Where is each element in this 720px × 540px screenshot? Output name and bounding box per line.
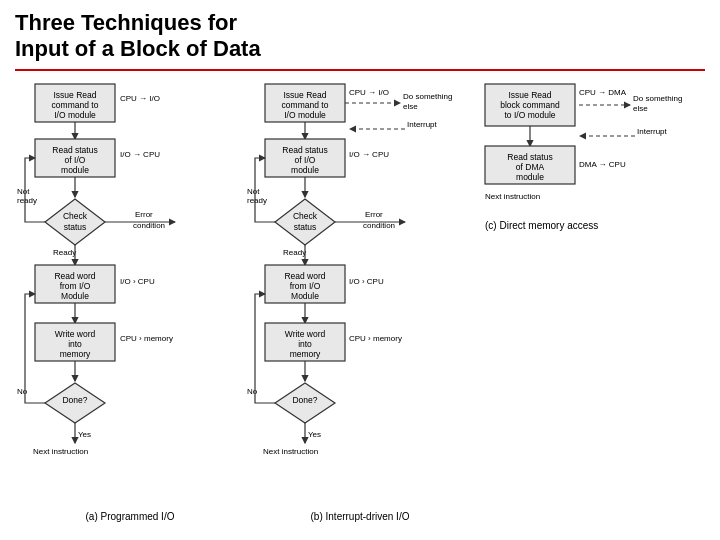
svg-text:Write word: Write word: [55, 329, 96, 339]
svg-text:Error: Error: [365, 210, 383, 219]
svg-text:status: status: [294, 222, 317, 232]
svg-text:of DMA: of DMA: [516, 162, 545, 172]
diagram-c: Issue Read block command to I/O module C…: [475, 79, 705, 509]
svg-text:Read status: Read status: [507, 152, 552, 162]
svg-text:Error: Error: [135, 210, 153, 219]
svg-text:to I/O module: to I/O module: [504, 110, 555, 120]
svg-text:CPU → DMA: CPU → DMA: [579, 88, 627, 97]
svg-text:ready: ready: [247, 196, 267, 205]
svg-text:Module: Module: [61, 291, 89, 301]
svg-text:memory: memory: [290, 349, 321, 359]
svg-text:Issue Read: Issue Read: [509, 90, 552, 100]
svg-text:Read status: Read status: [282, 145, 327, 155]
svg-text:Ready: Ready: [53, 248, 76, 257]
svg-text:Read word: Read word: [284, 271, 325, 281]
svg-text:condition: condition: [363, 221, 395, 230]
svg-text:Check: Check: [63, 211, 88, 221]
svg-text:condition: condition: [133, 221, 165, 230]
svg-text:Yes: Yes: [78, 430, 91, 439]
svg-text:Module: Module: [291, 291, 319, 301]
svg-text:No: No: [17, 387, 28, 396]
svg-text:CPU  › memory: CPU › memory: [120, 334, 173, 343]
svg-text:into: into: [68, 339, 82, 349]
svg-text:else: else: [403, 102, 418, 111]
svg-text:else: else: [633, 104, 648, 113]
svg-text:Check: Check: [293, 211, 318, 221]
svg-text:Not: Not: [247, 187, 260, 196]
svg-text:Ready: Ready: [283, 248, 306, 257]
svg-text:module: module: [61, 165, 89, 175]
diagrams-container: Issue Read command to I/O module CPU → I…: [15, 79, 705, 522]
page-title: Three Techniques for Input of a Block of…: [15, 10, 705, 63]
svg-text:I/O → CPU: I/O → CPU: [349, 150, 389, 159]
svg-text:I/O module: I/O module: [284, 110, 326, 120]
svg-text:Next instruction: Next instruction: [33, 447, 88, 456]
diagram-a: Issue Read command to I/O module CPU → I…: [15, 79, 245, 522]
svg-text:Done?: Done?: [292, 395, 317, 405]
svg-text:DMA → CPU: DMA → CPU: [579, 160, 626, 169]
svg-text:module: module: [291, 165, 319, 175]
svg-text:Not: Not: [17, 187, 30, 196]
svg-text:Do something: Do something: [403, 92, 452, 101]
page: Three Techniques for Input of a Block of…: [0, 0, 720, 540]
diagram-b: Issue Read command to I/O module CPU → I…: [245, 79, 475, 522]
svg-text:command to: command to: [52, 100, 99, 110]
diagram-b-svg: Issue Read command to I/O module CPU → I…: [245, 79, 475, 509]
svg-text:CPU → I/O: CPU → I/O: [120, 94, 160, 103]
diagram-b-caption: (b) Interrupt-driven I/O: [245, 511, 475, 522]
svg-text:Issue Read: Issue Read: [54, 90, 97, 100]
svg-text:Read status: Read status: [52, 145, 97, 155]
svg-text:status: status: [64, 222, 87, 232]
svg-text:Next instruction: Next instruction: [263, 447, 318, 456]
svg-text:module: module: [516, 172, 544, 182]
svg-text:I/O  › CPU: I/O › CPU: [349, 277, 384, 286]
svg-text:I/O module: I/O module: [54, 110, 96, 120]
svg-text:(c) Direct memory access: (c) Direct memory access: [485, 220, 598, 231]
svg-text:of I/O: of I/O: [65, 155, 86, 165]
svg-text:CPU  › memory: CPU › memory: [349, 334, 402, 343]
svg-text:Yes: Yes: [308, 430, 321, 439]
svg-text:block command: block command: [500, 100, 560, 110]
svg-text:Next instruction: Next instruction: [485, 192, 540, 201]
svg-text:ready: ready: [17, 196, 37, 205]
svg-text:from I/O: from I/O: [60, 281, 91, 291]
svg-text:from I/O: from I/O: [290, 281, 321, 291]
svg-text:of I/O: of I/O: [295, 155, 316, 165]
svg-text:I/O  › CPU: I/O › CPU: [120, 277, 155, 286]
svg-text:command to: command to: [282, 100, 329, 110]
svg-text:CPU → I/O: CPU → I/O: [349, 88, 389, 97]
svg-text:memory: memory: [60, 349, 91, 359]
svg-text:Write word: Write word: [285, 329, 326, 339]
svg-text:Issue Read: Issue Read: [284, 90, 327, 100]
svg-text:Done?: Done?: [62, 395, 87, 405]
title-divider: [15, 69, 705, 71]
svg-text:No: No: [247, 387, 258, 396]
diagram-c-svg: Issue Read block command to I/O module C…: [475, 79, 695, 509]
svg-text:Interrupt: Interrupt: [637, 127, 668, 136]
svg-text:I/O → CPU: I/O → CPU: [120, 150, 160, 159]
svg-text:into: into: [298, 339, 312, 349]
diagram-a-svg: Issue Read command to I/O module CPU → I…: [15, 79, 230, 509]
svg-text:Read word: Read word: [54, 271, 95, 281]
svg-text:Do something: Do something: [633, 94, 682, 103]
svg-text:Interrupt: Interrupt: [407, 120, 438, 129]
diagram-a-caption: (a) Programmed I/O: [15, 511, 245, 522]
